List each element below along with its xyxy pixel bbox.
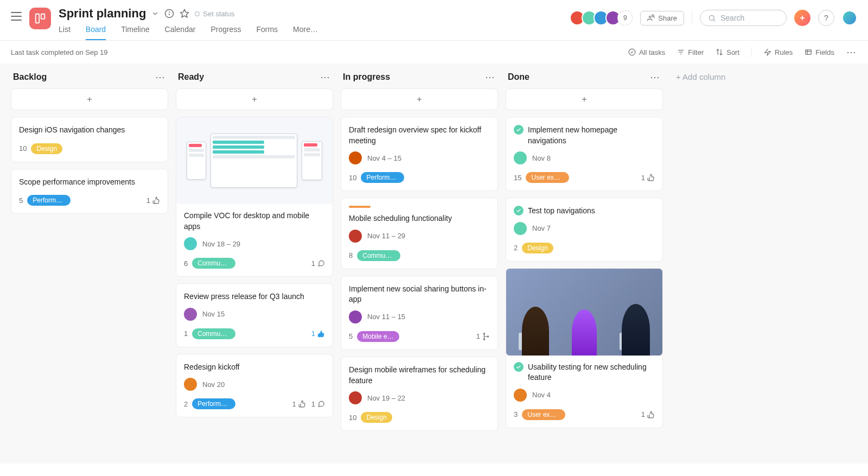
project-meta: Sprint planning Set status ListBoardTime… [59, 7, 565, 40]
card-cover-image [506, 269, 662, 356]
task-card[interactable]: Implement new homepage navigationsNov 81… [506, 117, 663, 191]
card-count: 5 [19, 196, 23, 205]
priority-indicator [349, 206, 371, 208]
task-card[interactable]: Usability testing for new scheduling fea… [506, 268, 663, 428]
tab-forms[interactable]: Forms [256, 25, 278, 40]
card-title: Implement new social sharing buttons in-… [349, 284, 490, 305]
project-icon[interactable] [29, 8, 51, 29]
card-title: Scope performance improvements [19, 177, 135, 188]
tab-calendar[interactable]: Calendar [165, 25, 196, 40]
set-status-button[interactable]: Set status [195, 10, 234, 18]
task-card[interactable]: Redesign kickoffNov 202Performa…1 1 [176, 354, 333, 418]
column-more-icon[interactable]: ⋯ [155, 71, 166, 83]
column: Backlog⋯Design iOS navigation changes10D… [11, 67, 168, 220]
tab-more[interactable]: More… [293, 25, 318, 40]
card-date: Nov 11 – 15 [367, 313, 405, 321]
tab-list[interactable]: List [59, 25, 71, 40]
card-title: Test top navigations [528, 206, 595, 217]
task-card[interactable]: Design mobile wireframes for scheduling … [341, 357, 498, 431]
column: Done⋯Implement new homepage navigationsN… [506, 67, 663, 435]
member-overflow-count[interactable]: 9 [617, 10, 633, 26]
svg-point-4 [169, 12, 170, 12]
card-count: 6 [184, 259, 188, 268]
svg-rect-1 [41, 14, 44, 19]
svg-point-12 [629, 49, 635, 55]
tab-timeline[interactable]: Timeline [121, 25, 149, 40]
sort-button[interactable]: Sort [716, 48, 739, 56]
add-card-button[interactable] [176, 88, 333, 110]
assignee-avatar [184, 237, 197, 250]
toolbar: Last task completed on Sep 19 All tasks … [0, 41, 868, 64]
chevron-down-icon[interactable] [151, 10, 159, 17]
assignee-avatar [184, 308, 197, 321]
card-date: Nov 4 [532, 391, 551, 399]
check-complete-icon [514, 125, 524, 135]
more-icon[interactable]: ⋯ [846, 46, 857, 58]
task-card[interactable]: Scope performance improvements5Performa…… [11, 169, 168, 214]
card-date: Nov 15 [202, 310, 225, 318]
card-date: Nov 18 – 29 [202, 240, 240, 248]
task-card[interactable]: Compile VOC for desktop and mobile appsN… [176, 117, 333, 277]
star-icon[interactable] [180, 9, 189, 18]
card-count: 8 [349, 251, 353, 259]
add-card-button[interactable] [11, 88, 168, 110]
add-column-button[interactable]: + Add column [671, 67, 731, 87]
task-card[interactable]: Implement new social sharing buttons in-… [341, 276, 498, 350]
svg-rect-0 [36, 14, 39, 23]
card-count: 10 [19, 144, 27, 153]
card-tag: Performa… [192, 398, 235, 409]
quick-add-button[interactable] [794, 10, 810, 26]
comment-count: 1 [311, 400, 325, 408]
svg-line-9 [713, 20, 715, 21]
comment-count: 1 [311, 259, 325, 268]
card-date: Nov 11 – 29 [367, 232, 405, 240]
search-input[interactable]: Search [700, 10, 787, 26]
hamburger-menu-icon[interactable] [11, 12, 22, 21]
card-title: Mobile scheduling functionality [349, 213, 452, 224]
add-card-button[interactable] [341, 88, 498, 110]
user-avatar[interactable] [842, 10, 857, 26]
card-tag: Communi… [192, 328, 235, 339]
column-title: Backlog [13, 72, 47, 82]
share-button[interactable]: Share [640, 11, 684, 26]
column-more-icon[interactable]: ⋯ [485, 71, 496, 83]
card-tag: Mobile e… [357, 331, 399, 342]
card-tag: Performa… [361, 172, 404, 183]
last-task-status: Last task completed on Sep 19 [11, 48, 108, 56]
task-card[interactable]: Design iOS navigation changes10Design [11, 117, 168, 162]
card-tag: Performa… [27, 195, 71, 206]
info-icon[interactable] [164, 9, 174, 18]
card-title: Implement new homepage navigations [528, 125, 655, 146]
add-card-button[interactable] [506, 88, 663, 110]
rules-button[interactable]: Rules [764, 48, 793, 56]
column-title: Done [508, 72, 529, 82]
card-count: 15 [514, 174, 521, 182]
card-tag: User exp… [526, 172, 569, 183]
svg-marker-5 [181, 10, 189, 17]
topbar-right: 9 Share Search ? [573, 10, 857, 26]
project-members[interactable]: 9 [573, 10, 633, 26]
card-date: Nov 19 – 22 [367, 394, 405, 402]
assignee-avatar [349, 310, 362, 323]
column-more-icon[interactable]: ⋯ [320, 71, 331, 83]
fields-button[interactable]: Fields [805, 48, 834, 56]
assignee-avatar [349, 151, 362, 164]
like-count: 1 [641, 410, 655, 418]
assignee-avatar [514, 389, 527, 402]
column-more-icon[interactable]: ⋯ [650, 71, 661, 83]
card-tag: Communi… [357, 250, 400, 261]
assignee-avatar [184, 378, 197, 391]
check-complete-icon [514, 206, 524, 215]
card-title: Redesign kickoff [184, 362, 239, 373]
task-card[interactable]: Draft redesign overview spec for kickoff… [341, 117, 498, 191]
help-button[interactable]: ? [818, 10, 834, 26]
filter-button[interactable]: Filter [677, 48, 704, 56]
card-count: 10 [349, 174, 356, 182]
tab-progress[interactable]: Progress [210, 25, 241, 40]
task-card[interactable]: Review press release for Q3 launchNov 15… [176, 283, 333, 347]
tab-board[interactable]: Board [86, 25, 106, 40]
card-date: Nov 8 [532, 154, 551, 162]
task-card[interactable]: Test top navigationsNov 72Design [506, 198, 663, 262]
all-tasks-button[interactable]: All tasks [628, 48, 665, 56]
task-card[interactable]: Mobile scheduling functionalityNov 11 – … [341, 198, 498, 269]
